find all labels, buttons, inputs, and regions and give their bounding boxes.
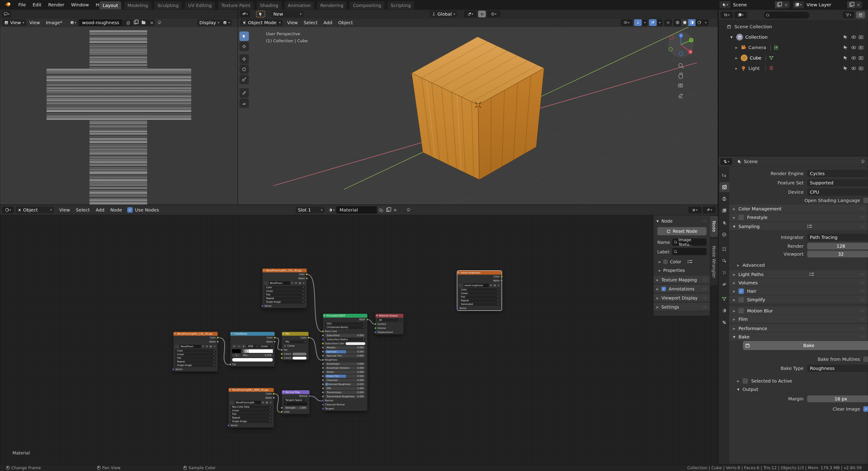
section-hair[interactable]: ▶✓Hair∷∷ [729,287,868,295]
projection-dropdown[interactable]: Flat [175,356,216,360]
proportional-editing-dropdown[interactable]: ▾ [487,11,500,18]
copy-icon[interactable]: ⧉ [261,401,265,404]
strength-input-socket[interactable] [281,407,283,409]
viewport-canvas[interactable]: Z Y X [238,27,718,205]
menu-file[interactable]: File [15,2,29,7]
clearcoat-slider[interactable]: Clearcoat:0.000 [325,379,365,382]
reset-node-button[interactable]: Reset Node [657,227,707,235]
vector-input-socket[interactable] [227,424,229,426]
transform-orientation-dropdown[interactable]: Global▾ [430,11,457,18]
section-color-management[interactable]: ▶Color Management∷∷ [729,205,868,213]
colorspace-dropdown[interactable]: Color [175,349,216,352]
hide-viewport-icon[interactable] [851,67,856,70]
tab-rendering[interactable]: Rendering [317,1,346,9]
viewport-view-menu[interactable]: View [284,20,301,25]
shader-view-menu[interactable]: View [56,207,73,213]
disable-render-icon[interactable] [859,67,863,70]
image-selector[interactable]: WoodFlooring06..⧉▨× [228,400,274,405]
tool-rotate[interactable] [239,64,249,74]
node-graph[interactable]: WoodFlooring061_COL_3K.jpg Color Alpha W… [0,215,718,465]
selectable-icon[interactable] [844,66,847,70]
sheen-socket[interactable] [322,371,324,373]
bake-from-multires-checkbox[interactable] [863,356,868,362]
clamp-checkbox[interactable] [284,345,286,347]
ramp-colormode-dropdown[interactable]: RGB [246,345,258,348]
selectable-icon[interactable] [844,56,847,60]
section-bake[interactable]: ▼Bake∷∷ [729,333,868,341]
selected-to-active-checkbox[interactable] [743,378,748,384]
color1-swatch[interactable] [292,353,307,355]
tab-modifiers[interactable] [719,256,729,266]
extension-dropdown[interactable]: Repeat [264,297,305,300]
tab-tool[interactable] [719,170,729,180]
extension-dropdown[interactable]: Repeat [459,299,500,302]
add-stop-button[interactable]: + [232,345,236,348]
simplify-checkbox[interactable] [739,297,744,302]
space-dropdown[interactable]: Tangent Space [284,399,308,402]
close-icon[interactable]: × [269,401,272,404]
transmission-slider[interactable]: Transmission:0.000 [325,391,365,394]
pin-icon[interactable] [406,207,410,213]
display-dropdown[interactable]: Display▾ [197,19,221,26]
vector-input-socket[interactable] [172,368,174,370]
transmission-roughness-slider[interactable]: Transmission Roughness:0.000 [325,395,365,398]
anisotropic-slider[interactable]: Anisotropic:0.000 [325,362,365,365]
users-count[interactable]: 2 [290,282,294,285]
ior-socket[interactable] [322,387,324,389]
tab-scene[interactable] [719,218,729,228]
color2-input-socket[interactable] [281,357,283,359]
shading-wireframe-icon[interactable] [674,19,681,26]
ramp-options-dropdown[interactable]: ▾ [242,345,246,348]
shading-dropdown[interactable]: ▾ [703,19,709,26]
blender-logo-icon[interactable] [4,1,12,8]
unlink-material-icon[interactable] [377,206,384,213]
open-icon[interactable]: ▨ [209,345,213,348]
subsurface-socket[interactable] [322,334,324,336]
clearcoat-socket[interactable] [322,379,324,381]
sss-method-dropdown[interactable]: Christensen-Burley [325,326,366,329]
strength-slider[interactable]: Strength:1.000 [284,406,307,409]
ior-slider[interactable]: IOR:1.450 [325,387,365,390]
tool-cursor[interactable] [239,41,249,51]
collapse-icon[interactable]: ▼ [730,35,733,39]
tool-move[interactable] [239,54,249,64]
scene-name[interactable]: Scene [730,1,775,8]
ramp-stop-0[interactable] [241,350,243,353]
xray-toggle[interactable] [664,19,672,26]
color-subpanel[interactable]: ▶Color [654,258,710,266]
ramp-interpolation-dropdown[interactable]: Linear [259,345,273,348]
color2-swatch[interactable] [292,357,307,359]
vector-input-socket[interactable] [261,305,264,307]
osl-checkbox[interactable] [863,198,868,203]
copy-material-icon[interactable] [384,206,392,213]
viewport-add-menu[interactable]: Add [320,20,335,25]
shader-type-dropdown[interactable]: Object▾ [16,207,54,213]
outliner-filter-id-dropdown[interactable]: ▾ [735,11,747,18]
tab-physics[interactable] [719,279,729,289]
section-performance[interactable]: ▶Performance∷∷ [729,324,868,332]
disable-render-icon[interactable] [859,46,863,49]
unlink-image-icon[interactable] [124,20,130,25]
feature-set-dropdown[interactable]: Supported▾ [807,179,868,186]
open-icon[interactable]: ▨ [493,284,496,287]
tab-view-layer[interactable] [719,206,729,215]
tool-scale[interactable] [239,75,249,84]
copy-icon[interactable]: ⧉ [489,284,493,287]
disable-render-icon[interactable] [859,56,863,60]
outliner-row-cube[interactable]: ▶ ▽ Cube [719,53,868,63]
vector-input-socket[interactable] [456,307,458,309]
tab-object[interactable] [719,244,729,254]
projection-dropdown[interactable]: Flat [459,295,500,299]
hide-viewport-icon[interactable] [851,56,856,59]
outliner-filter-dropdown[interactable]: ▾ [843,11,854,18]
disable-render-icon[interactable] [859,35,863,39]
section-light-paths[interactable]: ▶Light Paths∷∷ [729,270,868,278]
base-color-socket[interactable] [322,330,324,332]
colorspace-dropdown[interactable]: Color [264,286,305,289]
node-color-checkbox[interactable] [663,260,668,264]
node-name-field[interactable]: Image Textu.. [672,238,707,246]
tangent-socket[interactable] [322,408,324,410]
node-mix[interactable]: Mix Color Mix Clamp Fac Color1 Color2 [282,332,309,360]
viewport-select-menu[interactable]: Select [301,20,320,25]
open-image-icon[interactable] [141,20,147,25]
